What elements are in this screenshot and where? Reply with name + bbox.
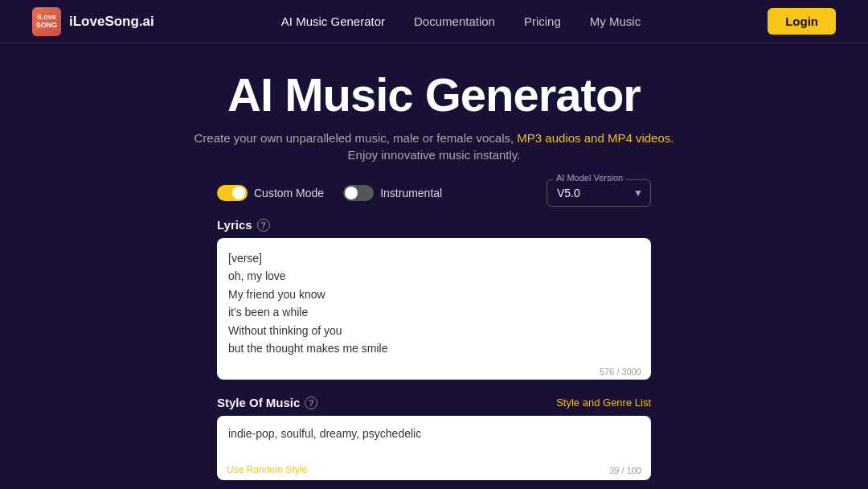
brand-name: iLoveSong.ai xyxy=(69,14,154,30)
page-title: AI Music Generator xyxy=(227,68,641,121)
toggle-row: Custom Mode Instrumental AI Model Versio… xyxy=(217,179,651,207)
nav-my-music[interactable]: My Music xyxy=(590,14,641,28)
ai-model-label: AI Model Version xyxy=(553,173,626,183)
lyrics-label-row: Lyrics ? xyxy=(217,218,651,232)
custom-mode-switch[interactable] xyxy=(217,185,248,201)
lyrics-char-count: 576 / 3000 xyxy=(600,367,641,376)
nav-pricing[interactable]: Pricing xyxy=(524,14,561,28)
hero-subtitle: Create your own unparalleled music, male… xyxy=(194,131,674,145)
hero-subtitle-highlight: MP3 audios and MP4 videos. xyxy=(517,131,674,145)
instrumental-toggle[interactable]: Instrumental xyxy=(343,185,442,201)
nav-documentation[interactable]: Documentation xyxy=(414,14,495,28)
instrumental-switch[interactable] xyxy=(343,185,374,201)
nav-links: AI Music Generator Documentation Pricing… xyxy=(281,14,641,28)
lyrics-textarea[interactable]: [verse] oh, my love My friend you know i… xyxy=(217,238,651,380)
custom-mode-toggle[interactable]: Custom Mode xyxy=(217,185,324,201)
logo[interactable]: iLoveSONG iLoveSong.ai xyxy=(32,7,154,36)
form-container: Custom Mode Instrumental AI Model Versio… xyxy=(217,179,651,489)
style-char-count: 39 / 100 xyxy=(609,466,641,475)
login-button[interactable]: Login xyxy=(768,8,836,35)
ai-model-wrapper: AI Model Version V5.0 V4.0 V3.0 ▼ xyxy=(547,179,651,207)
style-header: Style Of Music ? Style and Genre List xyxy=(217,396,651,409)
nav-ai-music-generator[interactable]: AI Music Generator xyxy=(281,14,385,28)
custom-mode-knob xyxy=(232,187,245,199)
style-textarea-wrapper: indie-pop, soulful, dreamy, psychedelic … xyxy=(217,416,651,483)
style-label-row: Style Of Music ? xyxy=(217,396,317,409)
logo-icon: iLoveSONG xyxy=(32,7,61,36)
lyrics-textarea-wrapper: [verse] oh, my love My friend you know i… xyxy=(217,238,651,383)
toggle-group: Custom Mode Instrumental xyxy=(217,185,442,201)
ai-model-select[interactable]: V5.0 V4.0 V3.0 xyxy=(547,179,651,207)
hero-subtitle2: Enjoy innovative music instantly. xyxy=(348,148,521,162)
navbar: iLoveSONG iLoveSong.ai AI Music Generato… xyxy=(0,0,868,43)
instrumental-label: Instrumental xyxy=(380,187,442,199)
style-genre-link[interactable]: Style and Genre List xyxy=(556,397,651,409)
lyrics-help-icon[interactable]: ? xyxy=(257,219,270,232)
main-content: AI Music Generator Create your own unpar… xyxy=(0,43,868,489)
lyrics-label: Lyrics xyxy=(217,218,252,232)
random-style-link[interactable]: Use Random Style xyxy=(227,464,307,475)
style-label: Style Of Music xyxy=(217,396,300,409)
custom-mode-label: Custom Mode xyxy=(254,187,324,199)
style-help-icon[interactable]: ? xyxy=(305,397,317,409)
